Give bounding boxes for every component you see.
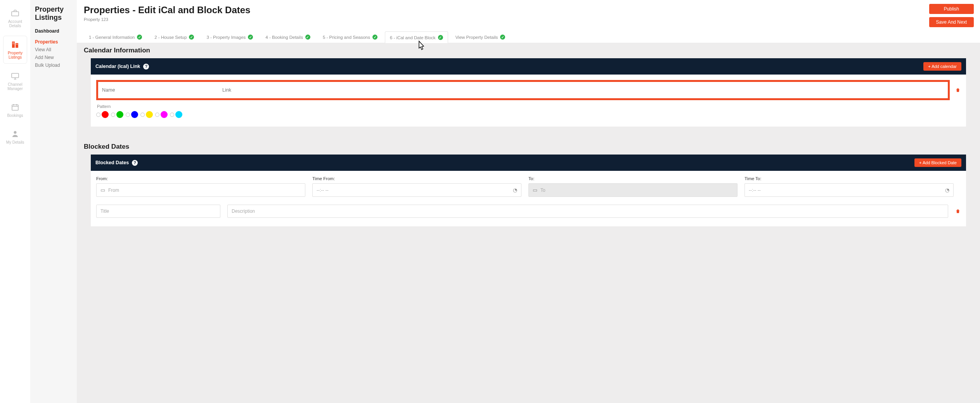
blocked-description-input[interactable]: Description xyxy=(227,205,948,218)
sidebar-dashboard[interactable]: Dashboard xyxy=(35,28,72,34)
sidebar: Property Listings Dashboard Properties V… xyxy=(30,0,77,403)
time-to-input[interactable]: --:-- -- ◔ xyxy=(745,183,954,197)
publish-button[interactable]: Publish xyxy=(929,4,974,14)
calendar-panel: Calendar (Ical) Link ? + Add calendar xyxy=(91,58,966,127)
svg-rect-6 xyxy=(14,43,14,44)
tab-pricing-seasons[interactable]: 5 - Pricing and Seasons✓ xyxy=(318,31,383,43)
rail-label: Channel Manager xyxy=(5,82,26,91)
add-blocked-date-button[interactable]: + Add Blocked Date xyxy=(914,158,961,167)
tab-house-setup[interactable]: 2 - House Setup✓ xyxy=(149,31,199,43)
check-icon: ✓ xyxy=(372,35,377,40)
sidebar-view-all[interactable]: View All xyxy=(35,47,72,52)
sidebar-add-new[interactable]: Add New xyxy=(35,55,72,60)
to-date-input[interactable]: ▭ To xyxy=(528,183,738,197)
time-to-label: Time To: xyxy=(745,176,954,181)
building-icon xyxy=(10,40,21,49)
color-option[interactable] xyxy=(140,111,153,118)
tab-booking-details[interactable]: 4 - Booking Details✓ xyxy=(260,31,315,43)
check-icon: ✓ xyxy=(438,35,443,40)
color-swatch xyxy=(116,111,123,118)
from-date-input[interactable]: ▭ From xyxy=(96,183,305,197)
svg-rect-9 xyxy=(12,73,19,78)
icon-rail: Account Details Property Listings Channe… xyxy=(0,0,30,403)
tab-ical-date-block[interactable]: 6 - iCal and Date Block✓ xyxy=(385,31,448,43)
briefcase-icon xyxy=(10,9,21,18)
svg-rect-7 xyxy=(16,44,17,45)
svg-rect-8 xyxy=(17,44,18,45)
from-label: From: xyxy=(96,176,305,181)
delete-blocked-button[interactable] xyxy=(955,208,961,214)
check-icon: ✓ xyxy=(500,35,505,40)
help-icon[interactable]: ? xyxy=(132,160,138,166)
svg-rect-0 xyxy=(12,12,19,16)
blocked-title-input[interactable]: Title xyxy=(96,205,220,218)
rail-bookings[interactable]: Bookings xyxy=(3,99,27,122)
sidebar-properties[interactable]: Properties xyxy=(35,39,72,45)
time-from-input[interactable]: --:-- -- ◔ xyxy=(312,183,521,197)
check-icon: ✓ xyxy=(248,35,253,40)
sidebar-bulk-upload[interactable]: Bulk Upload xyxy=(35,63,72,68)
blocked-bar-title: Blocked Dates xyxy=(95,160,129,165)
color-option[interactable] xyxy=(155,111,168,118)
calendar-icon: ▭ xyxy=(100,187,105,193)
svg-rect-4 xyxy=(14,42,14,43)
radio-icon xyxy=(140,113,145,117)
page-title: Properties - Edit iCal and Block Dates xyxy=(84,5,973,16)
delete-calendar-button[interactable] xyxy=(955,87,961,93)
rail-my-details[interactable]: My Details xyxy=(3,125,27,148)
pattern-swatches xyxy=(96,111,961,118)
calendar-icon: ▭ xyxy=(533,187,537,193)
svg-rect-10 xyxy=(12,105,18,110)
calendar-name-input[interactable] xyxy=(98,82,218,98)
header: Publish Save And Next Properties - Edit … xyxy=(77,0,980,43)
color-option[interactable] xyxy=(126,111,138,118)
tab-general-information[interactable]: 1 - General Information✓ xyxy=(84,31,147,43)
color-swatch xyxy=(146,111,153,118)
rail-label: Property Listings xyxy=(5,51,25,59)
breadcrumb: Property 123 xyxy=(84,17,973,22)
save-next-button[interactable]: Save And Next xyxy=(929,17,974,27)
tab-property-images[interactable]: 3 - Property Images✓ xyxy=(201,31,258,43)
calendar-icon xyxy=(10,102,21,112)
tab-view-property-details[interactable]: View Property Details✓ xyxy=(450,31,511,43)
color-option[interactable] xyxy=(96,111,109,118)
clock-icon: ◔ xyxy=(513,187,517,193)
radio-icon xyxy=(170,113,174,117)
svg-rect-1 xyxy=(12,42,15,48)
svg-point-11 xyxy=(14,131,17,134)
svg-rect-3 xyxy=(13,42,14,43)
rail-property-listings[interactable]: Property Listings xyxy=(3,36,27,64)
svg-rect-2 xyxy=(16,43,18,48)
add-calendar-button[interactable]: + Add calendar xyxy=(923,62,961,71)
check-icon: ✓ xyxy=(189,35,194,40)
color-swatch xyxy=(175,111,182,118)
monitor-icon xyxy=(10,71,21,81)
calendar-link-input[interactable] xyxy=(218,82,948,98)
pattern-label: Pattern xyxy=(97,104,961,109)
rail-channel-manager[interactable]: Channel Manager xyxy=(3,68,27,95)
color-swatch xyxy=(161,111,168,118)
rail-account-details[interactable]: Account Details xyxy=(3,5,27,32)
blocked-panel: Blocked Dates ? + Add Blocked Date From:… xyxy=(91,155,966,226)
to-label: To: xyxy=(528,176,738,181)
rail-label: Bookings xyxy=(7,113,23,118)
color-swatch xyxy=(131,111,138,118)
check-icon: ✓ xyxy=(137,35,142,40)
radio-icon xyxy=(111,113,115,117)
color-option[interactable] xyxy=(111,111,123,118)
rail-label: My Details xyxy=(6,140,24,144)
main: Publish Save And Next Properties - Edit … xyxy=(77,0,980,403)
color-swatch xyxy=(102,111,109,118)
check-icon: ✓ xyxy=(305,35,310,40)
sidebar-title: Property Listings xyxy=(35,5,72,21)
radio-icon xyxy=(96,113,100,117)
calendar-heading: Calendar Information xyxy=(84,43,973,58)
blocked-heading: Blocked Dates xyxy=(84,139,973,155)
help-icon[interactable]: ? xyxy=(143,64,149,69)
calendar-bar: Calendar (Ical) Link ? + Add calendar xyxy=(91,58,966,75)
user-icon xyxy=(10,129,21,139)
color-option[interactable] xyxy=(170,111,182,118)
rail-label: Account Details xyxy=(5,19,26,28)
radio-icon xyxy=(126,113,130,117)
clock-icon: ◔ xyxy=(945,187,949,193)
